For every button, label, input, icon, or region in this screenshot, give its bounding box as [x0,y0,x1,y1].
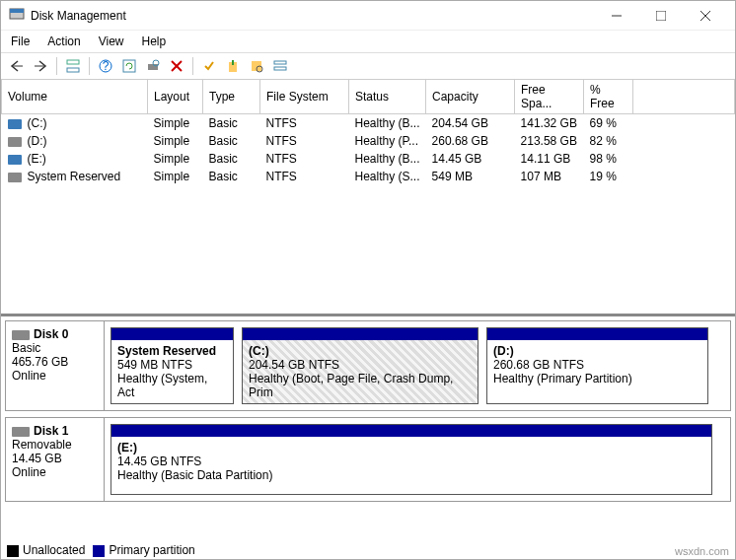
volume-row[interactable]: (E:)SimpleBasicNTFSHealthy (B...14.45 GB… [2,150,735,168]
minimize-button[interactable] [594,2,638,30]
legend-unallocated: Unallocated [23,543,85,557]
partition-bar [487,328,707,340]
svg-rect-21 [274,67,286,70]
volume-icon [8,137,22,147]
menu-file[interactable]: File [11,35,30,48]
svg-rect-1 [10,9,24,13]
disk-icon [12,330,30,340]
volume-row[interactable]: (C:)SimpleBasicNTFSHealthy (B...204.54 G… [2,114,735,133]
col-fs: File System [260,80,349,114]
toolbar: ? [1,53,735,80]
list-icon[interactable] [270,56,290,76]
disk-row: Disk 1Removable14.45 GBOnline(E:)14.45 G… [5,417,731,502]
partition[interactable]: (E:)14.45 GB NTFSHealthy (Basic Data Par… [110,424,712,495]
legend: Unallocated Primary partition [7,543,195,557]
partition-bar [111,425,711,437]
disk-row: Disk 0Basic465.76 GBOnlineSystem Reserve… [5,320,731,411]
volume-icon [8,119,22,129]
disk-map: Disk 0Basic465.76 GBOnlineSystem Reserve… [1,315,735,507]
volume-icon [8,173,22,182]
properties-icon[interactable] [247,56,266,76]
close-button[interactable] [683,2,727,30]
forward-button[interactable] [31,56,50,76]
legend-primary: Primary partition [109,543,194,557]
rescan-icon[interactable] [143,56,163,76]
svg-rect-8 [67,60,79,64]
volume-row[interactable]: (D:)SimpleBasicNTFSHealthy (P...260.68 G… [2,132,735,150]
console-tree-icon[interactable] [63,56,83,76]
menu-help[interactable]: Help [142,35,167,48]
col-free: Free Spa... [515,80,584,114]
partition[interactable]: (D:)260.68 GB NTFSHealthy (Primary Parti… [486,327,708,404]
col-layout: Layout [148,80,203,114]
partition-bar [111,328,233,340]
disk-icon [12,427,30,437]
partition[interactable]: (C:)204.54 GB NTFSHealthy (Boot, Page Fi… [242,327,478,404]
back-button[interactable] [7,56,27,76]
settings-icon[interactable] [199,56,219,76]
delete-icon[interactable] [167,56,186,76]
col-pct: % Free [584,80,633,114]
app-icon [9,6,25,25]
svg-text:?: ? [103,59,110,73]
volume-list: Volume Layout Type File System Status Ca… [1,80,735,315]
primary-swatch [93,545,105,557]
window-title: Disk Management [31,9,126,23]
watermark: wsxdn.com [675,545,729,557]
partition-bar [243,328,478,340]
wizard-icon[interactable] [223,56,243,76]
column-headers[interactable]: Volume Layout Type File System Status Ca… [2,80,735,114]
svg-rect-9 [67,68,79,72]
volume-row[interactable]: System ReservedSimpleBasicNTFSHealthy (S… [2,168,735,185]
col-volume: Volume [2,80,148,114]
maximize-button[interactable] [638,2,683,30]
help-icon[interactable]: ? [96,56,115,76]
col-capacity: Capacity [426,80,515,114]
disk-info[interactable]: Disk 1Removable14.45 GBOnline [6,418,105,501]
svg-rect-3 [656,11,666,21]
menu-bar: File Action View Help [1,31,735,53]
col-type: Type [203,80,260,114]
svg-rect-12 [123,60,135,72]
refresh-icon[interactable] [119,56,139,76]
svg-rect-13 [148,64,158,70]
menu-action[interactable]: Action [47,35,80,48]
svg-rect-20 [274,61,286,64]
title-bar: Disk Management [1,1,735,31]
col-status: Status [349,80,426,114]
volume-icon [8,155,22,165]
disk-info[interactable]: Disk 0Basic465.76 GBOnline [6,321,105,410]
unallocated-swatch [7,545,19,557]
menu-view[interactable]: View [99,35,124,48]
partition[interactable]: System Reserved549 MB NTFSHealthy (Syste… [110,327,234,404]
